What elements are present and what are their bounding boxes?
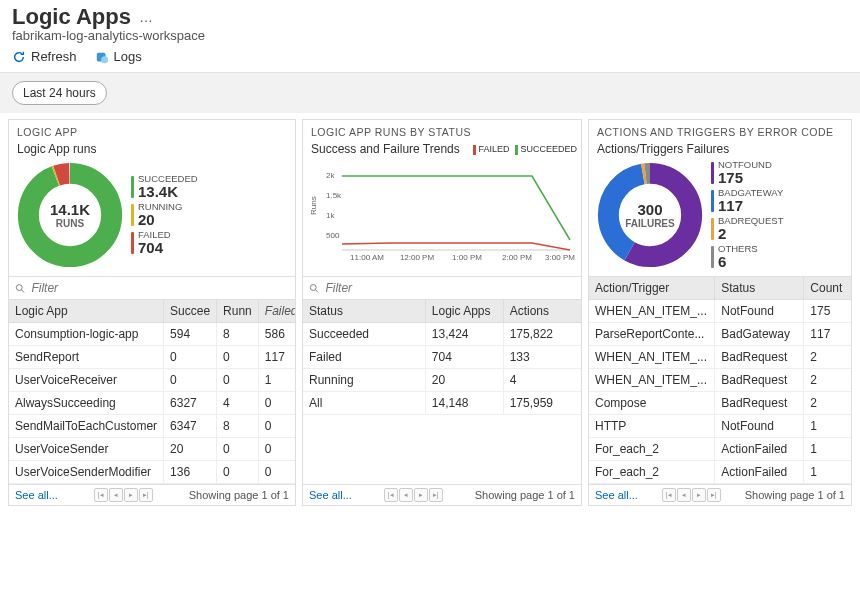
svg-text:12:00 PM: 12:00 PM — [400, 253, 435, 262]
table-row[interactable]: For_each_2ActionFailed1 — [589, 438, 851, 461]
pager-first[interactable]: |◂ — [94, 488, 108, 502]
table-row[interactable]: WHEN_AN_ITEM_...BadRequest2 — [589, 346, 851, 369]
legend-item: BADGATEWAY117 — [711, 188, 783, 214]
time-range-pill[interactable]: Last 24 hours — [12, 81, 107, 105]
pager: |◂ ◂ ▸ ▸| — [94, 488, 153, 502]
svg-text:500: 500 — [326, 231, 340, 240]
logs-icon — [95, 50, 109, 64]
refresh-label: Refresh — [31, 49, 77, 64]
col-running[interactable]: Runn — [217, 300, 259, 323]
pager-prev[interactable]: ◂ — [109, 488, 123, 502]
table-row[interactable]: Consumption-logic-app5948586 — [9, 323, 295, 346]
col-failed[interactable]: Failed — [258, 300, 295, 323]
pager-next[interactable]: ▸ — [414, 488, 428, 502]
pager-next[interactable]: ▸ — [692, 488, 706, 502]
table-row[interactable]: Running204 — [303, 369, 581, 392]
table-row[interactable]: HTTPNotFound1 — [589, 415, 851, 438]
status-table: Status Logic Apps Actions Succeeded13,42… — [303, 299, 581, 415]
col-count[interactable]: Count — [804, 277, 851, 300]
table-row[interactable]: UserVoiceReceiver001 — [9, 369, 295, 392]
pager-next[interactable]: ▸ — [124, 488, 138, 502]
table-row[interactable]: All14,148175,959 — [303, 392, 581, 415]
legend-item: RUNNING20 — [131, 202, 198, 228]
panel-runs-by-status: LOGIC APP RUNS BY STATUS Success and Fai… — [302, 119, 582, 506]
svg-point-5 — [16, 284, 22, 290]
pager-status: Showing page 1 of 1 — [189, 489, 289, 501]
panel-logic-app: LOGIC APP Logic App runs 14.1K RUNS SUCC… — [8, 119, 296, 506]
failures-donut-chart: 300 FAILURES — [595, 160, 705, 270]
panel-footer: See all... |◂ ◂ ▸ ▸| Showing page 1 of 1 — [9, 484, 295, 505]
col-logic-apps[interactable]: Logic Apps — [425, 300, 503, 323]
table-row[interactable]: Failed704133 — [303, 346, 581, 369]
svg-text:11:00 AM: 11:00 AM — [350, 253, 384, 262]
panel-title: ACTIONS AND TRIGGERS BY ERROR CODE — [589, 120, 851, 140]
col-logic-app[interactable]: Logic App — [9, 300, 164, 323]
see-all-link[interactable]: See all... — [15, 489, 58, 501]
col-actions[interactable]: Actions — [503, 300, 581, 323]
filter-input[interactable] — [323, 280, 575, 296]
see-all-link[interactable]: See all... — [309, 489, 352, 501]
refresh-button[interactable]: Refresh — [12, 49, 77, 64]
table-row[interactable]: ParseReportConte...BadGateway117 — [589, 323, 851, 346]
table-row[interactable]: UserVoiceSenderModifier13600 — [9, 461, 295, 484]
page-title: Logic Apps — [12, 4, 131, 30]
logs-label: Logs — [114, 49, 142, 64]
table-row[interactable]: AlwaysSucceeding632740 — [9, 392, 295, 415]
toolbar: Refresh Logs — [0, 43, 860, 73]
donut-label: FAILURES — [625, 218, 674, 229]
col-action-trigger[interactable]: Action/Trigger — [589, 277, 715, 300]
col-status[interactable]: Status — [303, 300, 425, 323]
donut-value: 300 — [637, 201, 662, 218]
panel-subtitle: Logic App runs — [9, 140, 295, 160]
donut-value: 14.1K — [50, 201, 90, 218]
panel-error-codes: ACTIONS AND TRIGGERS BY ERROR CODE Actio… — [588, 119, 852, 506]
failures-legend: NOTFOUND175BADGATEWAY117BADREQUEST2OTHER… — [711, 160, 783, 270]
search-icon — [309, 283, 319, 294]
filter-row — [9, 276, 295, 299]
line-legend: FAILED SUCCEEDED — [473, 144, 577, 155]
panel-title: LOGIC APP RUNS BY STATUS — [303, 120, 581, 140]
table-row[interactable]: ComposeBadRequest2 — [589, 392, 851, 415]
pager-last[interactable]: ▸| — [429, 488, 443, 502]
pager-last[interactable]: ▸| — [139, 488, 153, 502]
legend-item: FAILED704 — [131, 230, 198, 256]
runs-legend: SUCCEEDED13.4KRUNNING20FAILED704 — [131, 174, 198, 256]
table-row[interactable]: SendMailToEachCustomer634780 — [9, 415, 295, 438]
panel-footer: See all... |◂ ◂ ▸ ▸| Showing page 1 of 1 — [589, 484, 851, 505]
legend-item: BADREQUEST2 — [711, 216, 783, 242]
legend-item: OTHERS6 — [711, 244, 783, 270]
svg-text:1k: 1k — [326, 211, 335, 220]
pager-status: Showing page 1 of 1 — [475, 489, 575, 501]
pager-first[interactable]: |◂ — [384, 488, 398, 502]
logic-app-table: Logic App Succee Runn Failed Consumption… — [9, 299, 295, 484]
pager-prev[interactable]: ◂ — [399, 488, 413, 502]
panel-subtitle: Actions/Triggers Failures — [589, 140, 851, 160]
pager-prev[interactable]: ◂ — [677, 488, 691, 502]
svg-line-6 — [22, 289, 25, 292]
logs-button[interactable]: Logs — [95, 49, 142, 64]
table-row[interactable]: UserVoiceSender2000 — [9, 438, 295, 461]
legend-item: NOTFOUND175 — [711, 160, 783, 186]
legend-item: SUCCEEDED13.4K — [131, 174, 198, 200]
runs-donut-chart: 14.1K RUNS — [15, 160, 125, 270]
refresh-icon — [12, 50, 26, 64]
col-status[interactable]: Status — [715, 277, 804, 300]
more-button[interactable]: … — [139, 9, 154, 25]
table-row[interactable]: SendReport00117 — [9, 346, 295, 369]
table-row[interactable]: WHEN_AN_ITEM_...BadRequest2 — [589, 369, 851, 392]
svg-line-19 — [315, 289, 318, 292]
panel-footer: See all... |◂ ◂ ▸ ▸| Showing page 1 of 1 — [303, 484, 581, 505]
svg-text:3:00 PM: 3:00 PM — [545, 253, 575, 262]
panel-title: LOGIC APP — [9, 120, 295, 140]
pager-first[interactable]: |◂ — [662, 488, 676, 502]
col-succeeded[interactable]: Succee — [164, 300, 217, 323]
svg-text:1.5k: 1.5k — [326, 191, 342, 200]
table-row[interactable]: For_each_2ActionFailed1 — [589, 461, 851, 484]
trends-line-chart: Runs 2k 1.5k 1k 500 11:00 AM 12:00 PM 1:… — [309, 160, 575, 270]
filter-input[interactable] — [29, 280, 289, 296]
see-all-link[interactable]: See all... — [595, 489, 638, 501]
table-row[interactable]: WHEN_AN_ITEM_...NotFound175 — [589, 300, 851, 323]
svg-point-18 — [310, 284, 316, 290]
pager-last[interactable]: ▸| — [707, 488, 721, 502]
table-row[interactable]: Succeeded13,424175,822 — [303, 323, 581, 346]
